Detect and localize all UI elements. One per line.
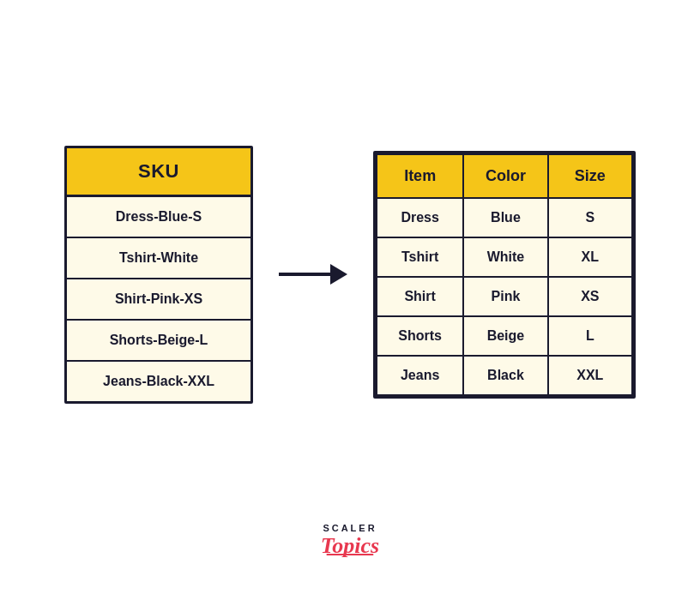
cell-item: Dress bbox=[377, 198, 463, 237]
cell-color: Blue bbox=[463, 198, 547, 237]
main-content: SKU Dress-Blue-S Tshirt-White Shirt-Pink… bbox=[64, 146, 636, 404]
cell-item: Shirt bbox=[377, 277, 463, 316]
table-row: Shorts Beige L bbox=[377, 316, 632, 356]
cell-size: XXL bbox=[548, 356, 632, 395]
logo-container: SCALER Topics bbox=[321, 523, 379, 557]
cell-color: Beige bbox=[463, 316, 547, 356]
arrow-line bbox=[279, 273, 330, 276]
cell-color: Pink bbox=[463, 277, 547, 316]
sku-row: Jeans-Black-XXL bbox=[67, 362, 250, 401]
cell-item: Tshirt bbox=[377, 237, 463, 277]
table-row: Tshirt White XL bbox=[377, 237, 632, 277]
cell-size: XL bbox=[548, 237, 632, 277]
result-table: Item Color Size Dress Blue S Tshirt Whit… bbox=[373, 151, 636, 399]
cell-color: Black bbox=[463, 356, 547, 395]
col-header-color: Color bbox=[463, 154, 547, 198]
logo-scaler: SCALER bbox=[321, 523, 379, 533]
cell-item: Jeans bbox=[377, 356, 463, 395]
col-header-item: Item bbox=[377, 154, 463, 198]
table-row: Dress Blue S bbox=[377, 198, 632, 237]
sku-row: Shorts-Beige-L bbox=[67, 321, 250, 362]
arrow-head bbox=[330, 264, 347, 285]
sku-table: SKU Dress-Blue-S Tshirt-White Shirt-Pink… bbox=[64, 146, 253, 404]
cell-item: Shorts bbox=[377, 316, 463, 356]
cell-size: L bbox=[548, 316, 632, 356]
sku-header: SKU bbox=[67, 148, 250, 197]
cell-size: XS bbox=[548, 277, 632, 316]
cell-color: White bbox=[463, 237, 547, 277]
logo-topics: Topics bbox=[321, 535, 379, 557]
sku-row: Shirt-Pink-XS bbox=[67, 279, 250, 321]
cell-size: S bbox=[548, 198, 632, 237]
arrow-icon bbox=[279, 264, 347, 285]
sku-row: Tshirt-White bbox=[67, 238, 250, 279]
col-header-size: Size bbox=[548, 154, 632, 198]
table-row: Jeans Black XXL bbox=[377, 356, 632, 395]
sku-row: Dress-Blue-S bbox=[67, 197, 250, 238]
table-row: Shirt Pink XS bbox=[377, 277, 632, 316]
arrow-container bbox=[279, 264, 347, 285]
